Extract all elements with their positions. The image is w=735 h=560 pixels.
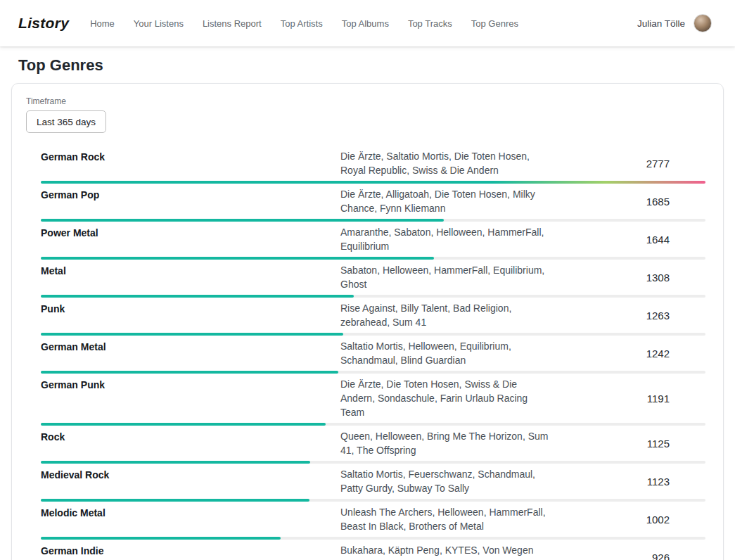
genre-row: German Punk Die Ärzte, Die Toten Hosen, … (41, 374, 705, 426)
nav-link[interactable]: Top Genres (471, 18, 518, 29)
genre-row-grid: German Pop Die Ärzte, Alligatoah, Die To… (41, 187, 705, 215)
genre-count: 1125 (647, 438, 705, 450)
genre-name: German Pop (41, 187, 340, 202)
genre-row: Power Metal Amaranthe, Sabaton, Hellowee… (41, 222, 705, 260)
genre-artists: Saltatio Mortis, Helloween, Equilibrium,… (340, 339, 551, 367)
genre-row-grid: Power Metal Amaranthe, Sabaton, Hellowee… (41, 225, 705, 253)
genre-name: Power Metal (41, 225, 340, 240)
user-avatar[interactable] (694, 14, 712, 32)
genre-row-grid: Rock Queen, Helloween, Bring Me The Hori… (41, 429, 705, 457)
nav-link[interactable]: Home (90, 18, 115, 29)
genre-name: German Punk (41, 377, 340, 392)
app-logo[interactable]: Listory (18, 15, 69, 32)
genre-name: Rock (41, 429, 340, 444)
genre-name: German Indie (41, 543, 340, 558)
app-bar: Listory Home Your Listens Listens Report… (0, 0, 735, 46)
genre-row: Punk Rise Against, Billy Talent, Bad Rel… (41, 298, 705, 336)
genre-artists: Bukahara, Käptn Peng, KYTES, Von Wegen L… (340, 543, 551, 560)
genre-count: 2777 (646, 158, 705, 170)
genre-count: 926 (652, 552, 705, 560)
nav-link[interactable]: Listens Report (203, 18, 262, 29)
genre-row-grid: German Metal Saltatio Mortis, Helloween,… (41, 339, 705, 367)
genre-count: 1644 (646, 234, 705, 246)
genre-artists: Unleash The Archers, Helloween, HammerFa… (340, 505, 551, 533)
genre-row-grid: German Punk Die Ärzte, Die Toten Hosen, … (41, 377, 705, 419)
genre-count: 1685 (646, 196, 705, 208)
timeframe-value: Last 365 days (37, 117, 96, 127)
nav-links: Home Your Listens Listens Report Top Art… (90, 18, 637, 29)
genre-name: Medieval Rock (41, 467, 340, 482)
top-genres-card: Timeframe Last 365 days German Rock Die … (11, 83, 724, 560)
genre-row-grid: Punk Rise Against, Billy Talent, Bad Rel… (41, 301, 705, 329)
genre-row-grid: German Indie Bukahara, Käptn Peng, KYTES… (41, 543, 705, 560)
nav-link[interactable]: Top Albums (342, 18, 389, 29)
timeframe-label: Timeframe (26, 96, 705, 106)
genre-row-grid: Metal Sabaton, Helloween, HammerFall, Eq… (41, 263, 705, 291)
nav-link[interactable]: Top Tracks (408, 18, 452, 29)
genre-row-grid: German Rock Die Ärzte, Saltatio Mortis, … (41, 149, 705, 177)
genre-name: Punk (41, 301, 340, 316)
genre-artists: Sabaton, Helloween, HammerFall, Equilibr… (340, 263, 551, 291)
genre-row: German Metal Saltatio Mortis, Helloween,… (41, 336, 705, 374)
genre-count: 1002 (646, 514, 705, 526)
genre-artists: Rise Against, Billy Talent, Bad Religion… (340, 301, 551, 329)
genre-row: German Pop Die Ärzte, Alligatoah, Die To… (41, 184, 705, 222)
genre-row: Melodic Metal Unleash The Archers, Hello… (41, 502, 705, 540)
genre-row: Rock Queen, Helloween, Bring Me The Hori… (41, 426, 705, 464)
genre-row-grid: Medieval Rock Saltatio Mortis, Feuerschw… (41, 467, 705, 495)
genre-artists: Die Ärzte, Saltatio Mortis, Die Toten Ho… (340, 149, 551, 177)
genre-name: German Metal (41, 339, 340, 354)
page-title: Top Genres (18, 56, 724, 75)
genre-row: German Rock Die Ärzte, Saltatio Mortis, … (41, 146, 705, 184)
genre-count: 1123 (647, 476, 705, 488)
genre-artists: Amaranthe, Sabaton, Helloween, HammerFal… (340, 225, 551, 253)
genre-row: German Indie Bukahara, Käptn Peng, KYTES… (41, 540, 705, 560)
genre-row: Medieval Rock Saltatio Mortis, Feuerschw… (41, 464, 705, 502)
user-name: Julian Tölle (637, 18, 685, 29)
genre-count: 1263 (646, 310, 705, 322)
timeframe-select[interactable]: Last 365 days (26, 110, 106, 133)
genre-artists: Die Ärzte, Alligatoah, Die Toten Hosen, … (340, 187, 551, 215)
genre-count: 1191 (647, 393, 705, 405)
genre-artists: Die Ärzte, Die Toten Hosen, Swiss & Die … (340, 377, 551, 419)
genre-row: Metal Sabaton, Helloween, HammerFall, Eq… (41, 260, 705, 298)
genre-artists: Queen, Helloween, Bring Me The Horizon, … (340, 429, 551, 457)
genre-name: Melodic Metal (41, 505, 340, 520)
genre-count: 1242 (646, 348, 705, 359)
genre-name: Metal (41, 263, 340, 278)
main-content: Top Genres Timeframe Last 365 days Germa… (0, 46, 735, 560)
nav-link[interactable]: Top Artists (281, 18, 323, 29)
genre-artists: Saltatio Mortis, Feuerschwanz, Schandmau… (340, 467, 551, 495)
user-menu[interactable]: Julian Tölle (637, 14, 712, 32)
genre-row-grid: Melodic Metal Unleash The Archers, Hello… (41, 505, 705, 533)
genre-count: 1308 (646, 272, 705, 284)
genre-rows: German Rock Die Ärzte, Saltatio Mortis, … (26, 146, 705, 560)
nav-link[interactable]: Your Listens (134, 18, 184, 29)
genre-name: German Rock (41, 149, 340, 164)
